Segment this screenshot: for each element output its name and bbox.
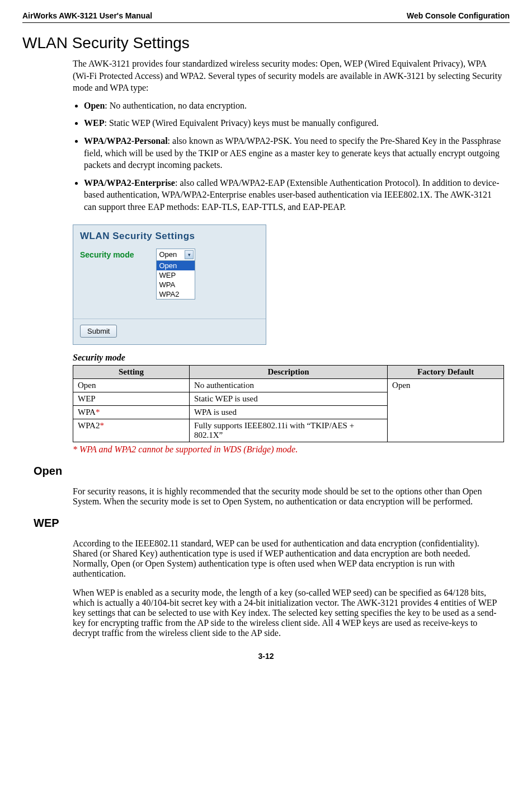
intro-paragraph: The AWK-3121 provides four standardized …: [73, 58, 504, 94]
select-option-wep[interactable]: WEP: [157, 270, 195, 280]
bullet-wpa-personal: WPA/WPA2-Personal: also known as WPA/WPA…: [84, 135, 504, 171]
table-caption: Security mode: [73, 353, 504, 363]
security-mode-table: Setting Description Factory Default Open…: [73, 365, 504, 442]
bullet-wpa-enterprise: WPA/WPA2-Enterprise: also called WPA/WPA…: [84, 177, 504, 213]
select-option-wpa[interactable]: WPA: [157, 280, 195, 289]
wep-heading: WEP: [34, 517, 510, 530]
header-left: AirWorks AWK-3121 User's Manual: [22, 11, 152, 20]
select-option-open[interactable]: Open: [157, 261, 195, 270]
security-mode-label: Security mode: [80, 249, 134, 259]
factory-default-cell: Open: [388, 378, 504, 442]
page-number: 3-12: [22, 652, 510, 661]
col-description: Description: [189, 365, 387, 378]
bullet-wep: WEP: Static WEP (Wired Equivalent Privac…: [84, 117, 504, 129]
panel-title: WLAN Security Settings: [80, 231, 259, 242]
open-heading: Open: [34, 465, 510, 478]
col-default: Factory Default: [388, 365, 504, 378]
col-setting: Setting: [73, 365, 190, 378]
page-header: AirWorks AWK-3121 User's Manual Web Cons…: [22, 11, 510, 23]
header-right: Web Console Configuration: [407, 11, 510, 20]
submit-button[interactable]: Submit: [80, 325, 117, 338]
section-title: WLAN Security Settings: [22, 34, 510, 52]
security-mode-select[interactable]: Open ▾ Open WEP WPA WPA2: [156, 249, 195, 300]
footnote: * WPA and WPA2 cannot be supported in WD…: [73, 445, 504, 455]
chevron-down-icon[interactable]: ▾: [185, 250, 194, 259]
table-row: Open No authentication Open: [73, 378, 504, 392]
wep-paragraph-1: According to the IEEE802.11 standard, WE…: [73, 539, 504, 579]
bullet-open: Open: No authentication, no data encrypt…: [84, 100, 504, 112]
wlan-settings-panel: WLAN Security Settings Security mode Ope…: [73, 224, 266, 345]
wep-paragraph-2: When WEP is enabled as a security mode, …: [73, 588, 504, 638]
select-value: Open: [159, 250, 177, 259]
mode-bullet-list: Open: No authentication, no data encrypt…: [73, 100, 504, 213]
open-paragraph: For security reasons, it is highly recom…: [73, 486, 504, 507]
select-option-wpa2[interactable]: WPA2: [157, 289, 195, 299]
